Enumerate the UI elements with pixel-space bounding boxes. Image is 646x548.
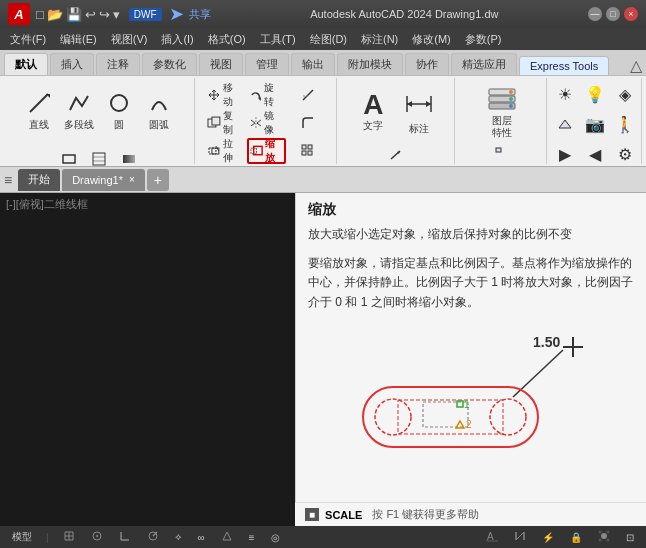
tab-default[interactable]: 默认 [4, 53, 48, 75]
tab-addons[interactable]: 附加模块 [337, 53, 403, 75]
ribbon-tabs: 默认 插入 注释 参数化 视图 管理 输出 附加模块 协作 精选应用 Expre… [0, 50, 646, 76]
status-isolate[interactable] [594, 530, 614, 544]
status-lock[interactable]: 🔒 [566, 532, 586, 543]
material-icon-button[interactable]: ◈ [611, 80, 639, 108]
drawing-viewport[interactable]: [-][俯视]二维线框 [0, 193, 295, 527]
render-button[interactable]: ▶ [551, 140, 579, 166]
tab-start[interactable]: 开始 [18, 169, 60, 191]
status-osnap-track[interactable]: ∞ [194, 532, 209, 543]
status-units[interactable] [510, 530, 530, 544]
menu-params[interactable]: 参数(P) [459, 30, 508, 49]
ribbon-collapse-icon[interactable]: △ [630, 56, 642, 75]
status-annotation[interactable]: A [482, 530, 502, 544]
status-transparency[interactable]: ◎ [267, 532, 284, 543]
tab-manage[interactable]: 管理 [245, 53, 289, 75]
tab-annotation[interactable]: 注释 [96, 53, 140, 75]
app-icon[interactable]: A [8, 3, 30, 25]
tab-close-icon[interactable]: × [129, 174, 135, 185]
modify-move-button[interactable]: 移动 [205, 82, 245, 108]
status-isosnap[interactable]: ⟡ [171, 531, 186, 543]
status-grid[interactable] [59, 530, 79, 544]
menu-dimension[interactable]: 标注(N) [355, 30, 404, 49]
status-polar[interactable] [143, 530, 163, 544]
menu-insert[interactable]: 插入(I) [155, 30, 199, 49]
circle-label: 圆 [114, 118, 124, 132]
sun-icon-button[interactable]: ☀ [551, 80, 579, 108]
walk-button[interactable]: 🚶 [611, 110, 639, 138]
help-panel: 缩放 放大或缩小选定对象，缩放后保持对象的比例不变 要缩放对象，请指定基点和比例… [295, 193, 646, 527]
modify-array-button[interactable] [288, 138, 328, 164]
draw-circle-button[interactable]: 圆 [100, 82, 138, 142]
menu-edit[interactable]: 编辑(E) [54, 30, 103, 49]
tab-collaborate[interactable]: 协作 [405, 53, 449, 75]
tab-drawing1[interactable]: Drawing1* × [62, 169, 145, 191]
settings-icon-button[interactable]: ⚙ [611, 140, 639, 166]
line-icon [28, 92, 50, 117]
status-osnap[interactable] [217, 530, 237, 544]
status-quickprop[interactable]: ⚡ [538, 532, 558, 543]
modify-mirror-button[interactable]: 镜像 [247, 110, 287, 136]
modify-rotate-button[interactable]: 旋转 [247, 82, 287, 108]
dropdown-icon[interactable]: ▾ [113, 7, 120, 22]
layer-match-button[interactable] [477, 144, 527, 162]
title-bar: A □ 📂 💾 ↩ ↪ ▾ DWF ➤ 共享 Autodesk AutoCAD … [0, 0, 646, 28]
tab-insert[interactable]: 插入 [50, 53, 94, 75]
dwf-button[interactable]: DWF [129, 8, 162, 21]
status-model[interactable]: 模型 [8, 530, 36, 544]
send-icon[interactable]: ➤ [169, 3, 184, 25]
modify-trim-button[interactable] [288, 82, 328, 108]
redo-icon[interactable]: ↪ [99, 7, 110, 22]
minimize-button[interactable]: — [588, 7, 602, 21]
status-fullscreen[interactable]: ⊡ [622, 532, 638, 543]
view3d-button[interactable] [551, 110, 579, 138]
tab-featured[interactable]: 精选应用 [451, 53, 517, 75]
undo-icon[interactable]: ↩ [85, 7, 96, 22]
draw-hatch-button[interactable] [85, 145, 113, 166]
annotation-text-button[interactable]: A 文字 [352, 82, 394, 142]
menu-file[interactable]: 文件(F) [4, 30, 52, 49]
draw-polyline-button[interactable]: 多段线 [60, 82, 98, 142]
draw-arc-button[interactable]: 圆弧 [140, 82, 178, 142]
draw-gradient-button[interactable] [115, 145, 143, 166]
close-button[interactable]: × [624, 7, 638, 21]
save-icon[interactable]: 💾 [66, 7, 82, 22]
draw-rect-button[interactable] [55, 145, 83, 166]
annotation-dimension-button[interactable]: 标注 [398, 82, 440, 142]
share-label[interactable]: 共享 [189, 7, 211, 22]
maximize-button[interactable]: □ [606, 7, 620, 21]
layer-properties-button[interactable]: 图层特性 [481, 82, 523, 142]
new-tab-button[interactable]: + [147, 169, 169, 191]
modify-scale-button[interactable]: 缩放 [247, 138, 287, 164]
menu-draw[interactable]: 绘图(D) [304, 30, 353, 49]
tab-parametric[interactable]: 参数化 [142, 53, 197, 75]
svg-rect-6 [123, 155, 135, 163]
render2-button[interactable]: ◀ [581, 140, 609, 166]
layer-properties-label: 图层特性 [492, 115, 512, 139]
menu-format[interactable]: 格式(O) [202, 30, 252, 49]
status-snap[interactable] [87, 530, 107, 544]
layer-freeze-button[interactable] [477, 164, 527, 166]
tab-view[interactable]: 视图 [199, 53, 243, 75]
draw-tools: 直线 多段线 圆 圆弧 [10, 80, 188, 166]
menu-modify[interactable]: 修改(M) [406, 30, 457, 49]
status-lineweight[interactable]: ≡ [245, 532, 259, 543]
svg-point-66 [96, 535, 98, 537]
status-ortho[interactable] [115, 530, 135, 544]
modify-copy-button[interactable]: 复制 [205, 110, 245, 136]
modify-stretch-button[interactable]: 拉伸 [205, 138, 245, 164]
arc-label: 圆弧 [149, 118, 169, 132]
tab-express[interactable]: Express Tools [519, 56, 609, 75]
camera-button[interactable]: 📷 [581, 110, 609, 138]
menu-tools[interactable]: 工具(T) [254, 30, 302, 49]
open-icon[interactable]: 📂 [47, 7, 63, 22]
mirror-label: 镜像 [264, 109, 284, 137]
new-icon[interactable]: □ [36, 7, 44, 22]
draw-line-button[interactable]: 直线 [20, 82, 58, 142]
menu-view[interactable]: 视图(V) [105, 30, 154, 49]
light-icon-button[interactable]: 💡 [581, 80, 609, 108]
tab-menu-icon[interactable]: ≡ [4, 172, 12, 188]
scale-diagram: 1.50 1 2 [308, 322, 628, 477]
tab-output[interactable]: 输出 [291, 53, 335, 75]
annotation-leader-button[interactable] [371, 146, 421, 164]
modify-fillet-button[interactable] [288, 110, 328, 136]
